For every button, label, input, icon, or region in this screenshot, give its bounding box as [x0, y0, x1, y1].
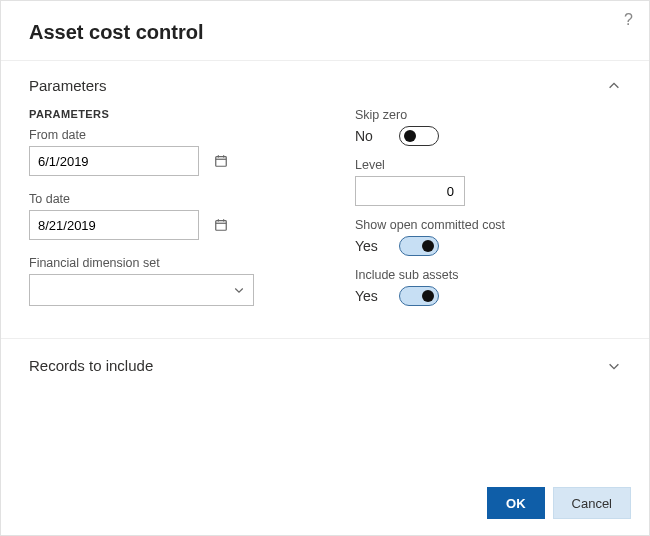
calendar-icon[interactable] [214, 147, 228, 175]
show-open-committed-label: Show open committed cost [355, 218, 621, 232]
level-field[interactable] [355, 176, 465, 206]
level-input[interactable] [364, 183, 456, 200]
section-parameters-header[interactable]: Parameters [1, 61, 649, 104]
parameters-left-column: PARAMETERS From date To date Financial d… [29, 108, 295, 318]
svg-rect-4 [216, 221, 227, 231]
financial-dimension-dropdown[interactable] [29, 274, 254, 306]
help-icon[interactable]: ? [624, 11, 633, 29]
section-records-header[interactable]: Records to include [1, 339, 649, 392]
ok-button[interactable]: OK [487, 487, 545, 519]
dialog-header: Asset cost control ? [1, 1, 649, 61]
show-open-committed-value: Yes [355, 238, 381, 254]
include-sub-assets-toggle[interactable] [399, 286, 439, 306]
include-sub-assets-label: Include sub assets [355, 268, 621, 282]
section-records-title: Records to include [29, 357, 153, 374]
svg-rect-0 [216, 157, 227, 167]
chevron-down-icon [607, 359, 621, 373]
cancel-button[interactable]: Cancel [553, 487, 631, 519]
section-parameters-body: PARAMETERS From date To date Financial d… [1, 104, 649, 339]
dialog-footer: OK Cancel [1, 473, 649, 535]
to-date-input[interactable] [30, 211, 214, 239]
level-label: Level [355, 158, 621, 172]
dialog-title: Asset cost control [29, 21, 621, 44]
section-parameters-title: Parameters [29, 77, 107, 94]
include-sub-assets-value: Yes [355, 288, 381, 304]
from-date-label: From date [29, 128, 295, 142]
from-date-field[interactable] [29, 146, 199, 176]
to-date-field[interactable] [29, 210, 199, 240]
financial-dimension-label: Financial dimension set [29, 256, 295, 270]
chevron-up-icon [607, 79, 621, 93]
from-date-input[interactable] [30, 147, 214, 175]
to-date-label: To date [29, 192, 295, 206]
chevron-down-icon [233, 284, 245, 296]
calendar-icon[interactable] [214, 211, 228, 239]
parameters-subhead: PARAMETERS [29, 108, 295, 120]
skip-zero-toggle[interactable] [399, 126, 439, 146]
skip-zero-label: Skip zero [355, 108, 621, 122]
dialog-asset-cost-control: Asset cost control ? Parameters PARAMETE… [0, 0, 650, 536]
show-open-committed-toggle[interactable] [399, 236, 439, 256]
skip-zero-value: No [355, 128, 381, 144]
parameters-right-column: Skip zero No Level Show open committed c… [355, 108, 621, 318]
